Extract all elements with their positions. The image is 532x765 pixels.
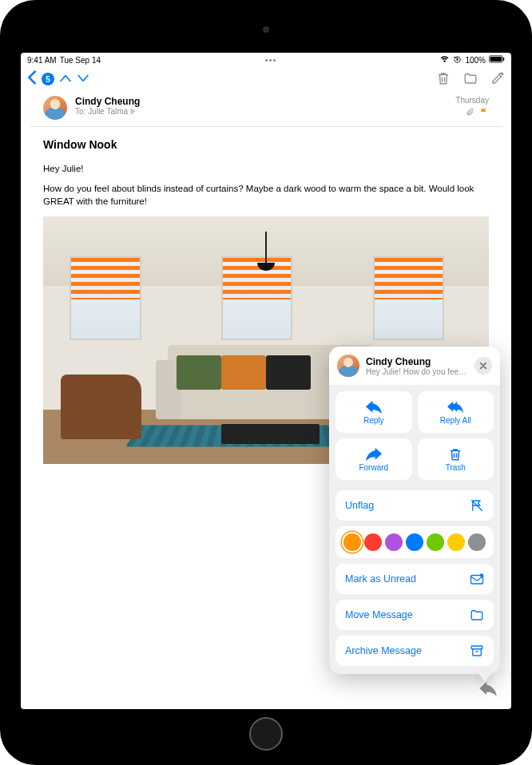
message-greeting: Hey Julie! — [43, 162, 489, 176]
svg-point-6 — [480, 573, 484, 577]
orientation-lock-icon — [453, 55, 462, 65]
ipad-frame: 9:41 AM Tue Sep 14 100% — [0, 0, 532, 765]
flag-color-5[interactable] — [447, 533, 465, 551]
flag-color-6[interactable] — [468, 533, 486, 551]
message-text: How do you feel about blinds instead of … — [43, 182, 489, 208]
flag-color-0[interactable] — [343, 533, 361, 551]
mark-unread-button[interactable]: Mark as Unread — [335, 564, 494, 594]
move-message-button[interactable]: Move Message — [335, 600, 494, 630]
popover-sender-name: Cindy Cheung — [366, 356, 468, 367]
close-button[interactable] — [474, 357, 492, 375]
wifi-icon — [439, 55, 450, 65]
svg-rect-7 — [471, 646, 482, 649]
status-time: 9:41 AM — [27, 56, 57, 65]
reply-label: Reply — [363, 416, 384, 425]
envelope-badge-icon — [470, 572, 484, 586]
svg-rect-3 — [503, 57, 505, 61]
reply-button[interactable]: Reply — [335, 391, 412, 433]
back-button[interactable] — [27, 70, 37, 88]
reply-all-label: Reply All — [440, 416, 471, 425]
svg-rect-0 — [457, 58, 459, 60]
battery-percent: 100% — [465, 56, 486, 65]
popover-header: Cindy Cheung Hey Julie! How do you feel … — [329, 347, 500, 385]
nav-bar: 5 — [21, 67, 511, 91]
archive-icon — [470, 644, 484, 658]
forward-label: Forward — [359, 463, 388, 472]
popover-preview: Hey Julie! How do you feel ab... — [366, 367, 468, 376]
flag-colors-row — [335, 526, 494, 558]
message-date: Thursday — [455, 96, 489, 105]
mark-unread-label: Mark as Unread — [345, 573, 416, 585]
sender-name[interactable]: Cindy Cheung — [75, 96, 447, 107]
sender-avatar[interactable] — [43, 96, 67, 120]
flag-color-3[interactable] — [406, 533, 423, 551]
status-bar: 9:41 AM Tue Sep 14 100% — [21, 53, 511, 67]
svg-rect-2 — [490, 57, 502, 61]
trash-button[interactable] — [436, 71, 451, 87]
message-header: Cindy Cheung To: Julie Talma Thursday — [30, 91, 502, 127]
popover-avatar — [337, 355, 359, 377]
flag-icon — [479, 107, 489, 118]
battery-icon — [489, 55, 505, 65]
unflag-label: Unflag — [345, 500, 374, 511]
trash-action-button[interactable]: Trash — [418, 438, 494, 480]
flag-color-4[interactable] — [427, 533, 444, 551]
flag-color-1[interactable] — [364, 533, 382, 551]
status-date: Tue Sep 14 — [60, 56, 101, 65]
attachment-icon — [466, 107, 474, 118]
unread-count-badge[interactable]: 5 — [42, 73, 54, 85]
to-label: To: — [75, 107, 85, 116]
screen: 9:41 AM Tue Sep 14 100% — [21, 53, 511, 709]
recipient-line[interactable]: To: Julie Talma — [75, 107, 447, 116]
move-folder-button[interactable] — [463, 71, 478, 87]
trash-label: Trash — [446, 463, 466, 472]
home-button[interactable] — [249, 717, 283, 751]
compose-button[interactable] — [490, 71, 505, 87]
flag-color-2[interactable] — [385, 533, 403, 551]
popover-tail — [478, 672, 492, 682]
reply-all-button[interactable]: Reply All — [418, 391, 494, 433]
unflag-button[interactable]: Unflag — [335, 490, 494, 521]
move-message-label: Move Message — [345, 609, 413, 620]
forward-button[interactable]: Forward — [335, 438, 412, 480]
archive-message-label: Archive Message — [345, 645, 422, 656]
message-actions-popover: Cindy Cheung Hey Julie! How do you feel … — [329, 347, 500, 674]
front-camera — [263, 26, 269, 33]
recipient-name: Julie Talma — [88, 107, 128, 116]
unflag-icon — [470, 498, 484, 513]
prev-message-button[interactable] — [59, 73, 72, 85]
message-subject: Window Nook — [43, 138, 489, 151]
archive-message-button[interactable]: Archive Message — [335, 636, 494, 666]
next-message-button[interactable] — [77, 73, 89, 85]
multitask-dots[interactable] — [261, 59, 279, 61]
folder-icon — [470, 608, 484, 622]
